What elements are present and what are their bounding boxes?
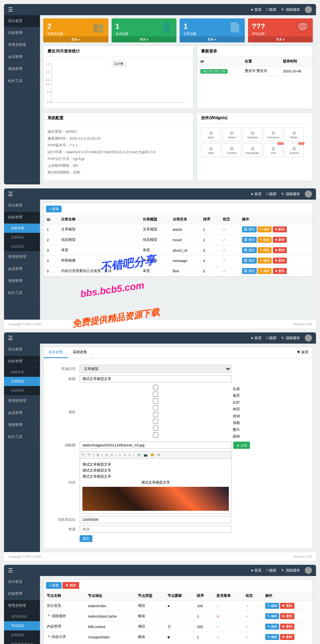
sidebar-sub-article[interactable]: 文章列表 <box>4 377 40 386</box>
relid-input[interactable] <box>80 516 232 523</box>
stat-admins[interactable]: 2管理员总数👥更多 ▸ <box>43 18 108 42</box>
attr-checkbox[interactable]: 头条 <box>80 387 240 391</box>
topbar: ☰ ● 首页 □ 锁屏 ✎ 清除缓存 <box>4 4 316 15</box>
thumb-input[interactable] <box>80 442 232 449</box>
sidebar-item-admin[interactable]: 管理员管理‹ <box>4 39 40 51</box>
nav-clear[interactable]: ✎ 清除缓存 <box>281 7 300 12</box>
chart-legend: 总次数 <box>112 61 126 67</box>
widget-fileupload[interactable]: ⚙FileUpload <box>243 143 262 157</box>
sidebar-sub-nodes[interactable]: 节点列表 <box>4 621 40 630</box>
tab-basic[interactable]: 基本参数 <box>44 347 68 358</box>
avatar[interactable] <box>305 6 312 13</box>
hamburger-icon[interactable]: ☰ <box>8 567 13 574</box>
stat-comments[interactable]: ???评论总数💬更多 ▸ <box>248 18 313 42</box>
sidebar: 后台首页 内容管理‹ 管理员管理‹ 会员管理‹ 系统管理‹ 站长工具‹ <box>4 15 40 184</box>
widget-select[interactable]: ⚙Select <box>222 128 241 142</box>
sidebar-item-home[interactable]: 后台首页 <box>4 200 40 212</box>
sidebar-sub-mood[interactable]: 动态列表 <box>4 242 40 251</box>
sidebar-sub-article[interactable]: 文章列表 <box>4 233 40 242</box>
edit-button[interactable]: ✎ 编辑 <box>258 226 272 232</box>
table-row: 4外部链接外部链接message4✓☰ 预览 ✎ 编辑 ✖ 删除 <box>44 256 312 266</box>
attr-checkbox[interactable]: 跳转 <box>80 434 240 438</box>
sidebar-sub-category[interactable]: 内容分类 <box>4 224 40 233</box>
add-button[interactable]: + 新增 <box>46 206 62 212</box>
edit-button[interactable]: ✎ 编辑 <box>265 613 279 619</box>
attr-checkbox[interactable]: 特荐 <box>80 407 240 411</box>
sidebar-item-content[interactable]: 内容管理‹ <box>4 27 40 39</box>
widget-checkbox[interactable]: ⚙Checkbox <box>264 128 283 142</box>
delete-button[interactable]: ✖ 删除 <box>280 603 294 609</box>
table-row: ┗ 内容分类Arctype/index模块■1✓✓✎ 编辑 ✖ 删除 <box>44 632 312 642</box>
nav-home[interactable]: ● 首页 <box>251 7 262 12</box>
widget-input[interactable]: ⚙Input <box>201 128 220 142</box>
login-chart: 总次数 1.0 0.6 0.2 0.0 -0.4 -1.0 <box>52 63 185 103</box>
sidebar-item-member[interactable]: 会员管理‹ <box>4 51 40 63</box>
edit-button[interactable]: ✎ 编辑 <box>258 247 272 253</box>
delete-button[interactable]: ✖ 删除 <box>273 268 287 274</box>
edit-button[interactable]: ✎ 编辑 <box>258 268 272 274</box>
sidebar-item-content[interactable]: 内容管理˅ <box>4 212 40 224</box>
widget-textarea[interactable]: ⚙Textarea <box>243 128 262 142</box>
nav-lock[interactable]: □ 锁屏 <box>266 7 277 12</box>
sidebar-item-system[interactable]: 系统管理‹ <box>4 63 40 75</box>
preview-button[interactable]: ☰ 预览 <box>242 268 256 274</box>
stat-members[interactable]: 1会员总数👤更多 ▸ <box>112 18 177 42</box>
table-row: 5内容分类需要自己去改英、多试单页flink5✓☰ 预览 ✎ 编辑 ✖ 删除 <box>44 266 312 276</box>
delete-button[interactable]: ✖ 删除 <box>273 247 287 253</box>
source-input[interactable] <box>80 526 232 533</box>
stat-articles[interactable]: 1文章总数📄更多 ▸ <box>180 18 245 42</box>
widgets-title: 挂件(Widgets) <box>197 113 312 124</box>
sidebar-item-home[interactable]: 后台首页 <box>4 15 40 27</box>
delete-button[interactable]: ✖ 删除 <box>273 226 287 232</box>
delete-button[interactable]: ✖ 删除 <box>280 613 294 619</box>
sidebar-item-tools[interactable]: 站长工具‹ <box>4 75 40 87</box>
category-select[interactable]: 文章模型 <box>80 365 232 373</box>
attr-checkbox[interactable]: 加粗 <box>80 421 240 425</box>
delete-button[interactable]: ✖ 删除 <box>273 258 287 264</box>
submit-button[interactable]: 提交 <box>80 535 92 542</box>
category-table: ID分类名称分类模型分类目录排序状态操作 1文章模型文章模型article1✓☰… <box>44 215 312 276</box>
preview-button[interactable]: ☰ 预览 <box>242 258 256 264</box>
table-row: 后台首页Index/index项目●100✓✓✎ 编辑 ✖ 删除 <box>44 601 312 611</box>
upload-button[interactable]: ▲ 上传 <box>233 442 250 449</box>
comment-icon: 💬 <box>297 22 309 33</box>
editor-image <box>82 487 229 511</box>
table-row: 2动态模型动态模型mood2✓☰ 预览 ✎ 编辑 ✖ 删除 <box>44 235 312 245</box>
attr-checkbox[interactable]: 推荐 <box>80 394 240 398</box>
widget-radio[interactable]: ⚙Radio <box>284 128 304 142</box>
widget-text[interactable]: ⚙Textnew <box>264 143 283 157</box>
rich-editor[interactable]: ↶↷|BIUS|≡≡≡|🔗📷😊⚙ 测试文章模型文章测试文章模型文章测试文章模型文… <box>80 451 232 514</box>
widget-content[interactable]: ⚙Content <box>222 143 241 157</box>
hamburger-icon[interactable]: ☰ <box>8 191 13 197</box>
delete-button[interactable]: ✖ 删除 <box>280 634 294 640</box>
preview-button[interactable]: ☰ 预览 <box>242 247 256 253</box>
table-row: ┗ 清除缓存Index/cleanCache模块1⊘✓✎ 编辑 ✖ 删除 <box>44 611 312 622</box>
nodes-table: 节点名称节点地址节点类型节点图标排序是否菜单状态操作 后台首页Index/ind… <box>44 591 312 644</box>
login-table-title: 最新登录 <box>197 46 312 57</box>
title-input[interactable] <box>80 375 232 382</box>
back-link[interactable]: ◀ 返回 <box>292 347 312 358</box>
hamburger-icon[interactable]: ☰ <box>8 6 13 13</box>
delete-button[interactable]: ✖ 删除 <box>280 624 294 630</box>
delete-button[interactable]: ✖ 删除 <box>62 582 79 589</box>
edit-button[interactable]: ✎ 编辑 <box>265 624 279 630</box>
widget-switchs[interactable]: ⚙Switchsnew <box>284 143 304 157</box>
widget-date[interactable]: ⚙Date <box>201 143 220 157</box>
attr-checkbox[interactable]: 图片 <box>80 428 240 432</box>
hamburger-icon[interactable]: ☰ <box>8 335 13 341</box>
users-icon: 👥 <box>92 22 104 33</box>
stats-row: 2管理员总数👥更多 ▸ 1会员总数👤更多 ▸ 1文章总数📄更多 ▸ ???评论总… <box>43 18 313 42</box>
preview-button[interactable]: ☰ 预览 <box>242 237 256 243</box>
preview-button[interactable]: ☰ 预览 <box>242 226 256 232</box>
attr-checkbox[interactable]: 幻灯 <box>80 400 240 404</box>
edit-button[interactable]: ✎ 编辑 <box>258 258 272 264</box>
add-button[interactable]: + 新增 <box>46 582 62 589</box>
delete-button[interactable]: ✖ 删除 <box>273 237 287 243</box>
login-table: IP位置登录时间 183.227.251.132重庆市 重庆市2020-10-0… <box>197 57 312 76</box>
tab-advanced[interactable]: 高级参数 <box>68 347 92 358</box>
edit-button[interactable]: ✎ 编辑 <box>265 634 279 640</box>
edit-button[interactable]: ✎ 编辑 <box>265 603 279 609</box>
table-row: ┃ ┗ 新增Arctype/create操作1⊘✓✎ 编辑 ✖ 删除 <box>44 642 312 644</box>
attr-checkbox[interactable]: 滚动 <box>80 414 240 418</box>
edit-button[interactable]: ✎ 编辑 <box>258 237 272 243</box>
